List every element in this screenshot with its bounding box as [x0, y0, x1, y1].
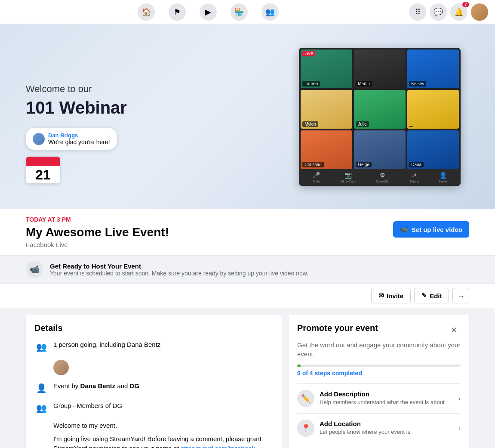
participant-label-geige: Geige [356, 162, 372, 167]
ready-title: Get Ready to Host Your Event [50, 263, 308, 270]
event-platform: Facebook Live [26, 241, 393, 248]
add-description-icon: ✏️ [297, 390, 314, 407]
add-location-text: Add Location Let people know where your … [320, 420, 453, 436]
cam-mic-icon: ⚙ [380, 172, 385, 179]
video-grid-container: LIVE Lauren Martin Kelsey [299, 48, 461, 186]
invite-icon: 👤 [440, 172, 447, 179]
share-button[interactable]: ↗ Share [409, 172, 418, 183]
host-group-name: DG [130, 382, 140, 389]
event-info-section: TODAY AT 3 PM My Awesome Live Event! Fac… [0, 209, 495, 255]
share-icon: ↗ [412, 172, 417, 179]
speech-bubble-name: Dan Briggs [48, 132, 110, 139]
group-icon: 👥 [34, 401, 48, 415]
messenger-icon-button[interactable]: 💬 [430, 3, 447, 21]
event-description: Welcome to my event. I'm going live usin… [34, 421, 273, 448]
user-avatar[interactable] [471, 3, 488, 21]
invite-button-label: Invite [387, 292, 403, 300]
group-text: Group · Members of DG [53, 401, 122, 410]
add-description-desc: Help members understand what the event i… [320, 399, 453, 406]
progress-bar-background [297, 365, 461, 367]
add-description-chevron-icon: › [458, 395, 461, 402]
live-badge: LIVE [302, 51, 315, 56]
host-icon: 👤 [34, 381, 48, 395]
mute-label: Mute [313, 179, 320, 183]
promote-card: Promote your event ✕ Get the word out an… [289, 315, 469, 448]
invite-label: Invite [439, 179, 447, 183]
video-cell-mylon: Mylon [301, 90, 352, 129]
video-grid: LIVE Lauren Martin Kelsey [299, 48, 461, 171]
participant-label-kelsey: Kelsey [409, 81, 426, 87]
people-nav-button[interactable]: 👥 [261, 3, 279, 21]
edit-action-button[interactable]: ✎ Edit [414, 288, 449, 303]
video-nav-button[interactable]: ▶ [200, 3, 217, 21]
store-nav-button[interactable]: 🏪 [231, 3, 248, 21]
promote-close-button[interactable]: ✕ [447, 323, 461, 337]
participant-label-duck [409, 126, 413, 127]
add-description-title: Add Description [320, 390, 453, 398]
hide-cam-button[interactable]: 📷 Hide Cam [340, 172, 356, 183]
calendar-date-number: 21 [26, 166, 60, 183]
progress-label: 0 of 4 steps completed [297, 370, 461, 377]
add-location-item[interactable]: 📍 Add Location Let people know where you… [297, 413, 461, 443]
video-cell-kelsey: Kelsey [407, 49, 459, 88]
add-location-title: Add Location [320, 420, 453, 427]
action-bar: ✉ Invite ✎ Edit ··· [0, 283, 495, 308]
invite-action-button[interactable]: ✉ Invite [371, 288, 411, 303]
promote-header: Promote your event ✕ [297, 323, 461, 337]
add-location-chevron-icon: › [458, 424, 461, 432]
notifications-wrapper: 🔔 7 [450, 3, 467, 21]
top-navigation: 🏠 ⚑ ▶ 🏪 👥 ⠿ 💬 🔔 7 [0, 0, 495, 24]
home-nav-button[interactable]: 🏠 [138, 3, 155, 21]
cam-mic-button[interactable]: ⚙ Cam/Mic [376, 172, 390, 183]
notification-count-badge: 7 [462, 2, 469, 7]
video-cell-dana: Dana [407, 130, 459, 169]
participant-label-lauren: Lauren [302, 81, 320, 87]
participant-label-julie: Julie [356, 121, 369, 127]
host-name: Dana Bentz [80, 382, 116, 389]
add-description-text: Add Description Help members understand … [320, 390, 453, 406]
share-label: Share [409, 179, 418, 183]
cam-mic-label: Cam/Mic [376, 179, 390, 183]
host-row: 👤 Event by Dana Bentz and DG [34, 381, 273, 395]
hero-banner: Welcome to our 101 Webinar Dan Briggs We… [0, 24, 495, 209]
avatar-image [471, 3, 488, 21]
flag-nav-button[interactable]: ⚑ [169, 3, 186, 21]
host-and: and [117, 382, 128, 389]
invite-video-button[interactable]: 👤 Invite [439, 172, 447, 183]
add-description-item[interactable]: ✏️ Add Description Help members understa… [297, 383, 461, 413]
edit-button-label: Edit [430, 292, 442, 300]
video-cell-duck [407, 90, 459, 129]
nav-right: ⠿ 💬 🔔 7 [409, 3, 488, 21]
hide-cam-label: Hide Cam [340, 179, 356, 183]
group-row: 👥 Group · Members of DG [34, 401, 273, 415]
promote-description: Get the word out and engage your communi… [297, 340, 461, 358]
speech-bubble-avatar [33, 133, 45, 145]
camera-icon: 📷 [344, 172, 352, 179]
add-location-desc: Let people know where your event is [320, 428, 453, 436]
video-cell-geige: Geige [354, 130, 406, 169]
host-text: Event by Dana Bentz and DG [53, 381, 139, 390]
video-cell-lauren: LIVE Lauren [301, 49, 352, 88]
more-action-button[interactable]: ··· [452, 288, 469, 303]
participant-label-dana: Dana [409, 162, 424, 167]
video-controls-bar: 🎤 Mute 📷 Hide Cam ⚙ Cam/Mic ↗ Share 👤 [299, 169, 461, 186]
speech-bubble-text: We're glad you're here! [48, 139, 110, 145]
description-line2: I'm going live using StreamYard! Before … [53, 434, 273, 448]
envelope-icon: ✉ [378, 292, 384, 300]
invite-members-item[interactable]: 👤 Invite Members Reach out to people in … [297, 443, 461, 448]
attendees-icon: 👥 [34, 340, 48, 354]
details-card-title: Details [34, 323, 273, 333]
hero-welcome-text: Welcome to our [26, 83, 239, 95]
streamyard-link[interactable]: streamyard.com/facebook [181, 445, 255, 448]
setup-live-button-label: Set up live video [412, 226, 462, 233]
more-icon: ··· [458, 292, 464, 300]
setup-live-video-button[interactable]: 📹 Set up live video [393, 221, 469, 238]
grid-icon-button[interactable]: ⠿ [409, 3, 426, 21]
ready-text-container: Get Ready to Host Your Event Your event … [50, 263, 308, 277]
hero-speech-bubble: Dan Briggs We're glad you're here! [26, 128, 117, 150]
participant-label-christian: Christian [302, 162, 323, 167]
attendee-avatar [53, 360, 69, 375]
mute-icon: 🎤 [313, 172, 320, 179]
video-cell-julie: Julie [354, 90, 406, 129]
mute-button[interactable]: 🎤 Mute [313, 172, 320, 183]
